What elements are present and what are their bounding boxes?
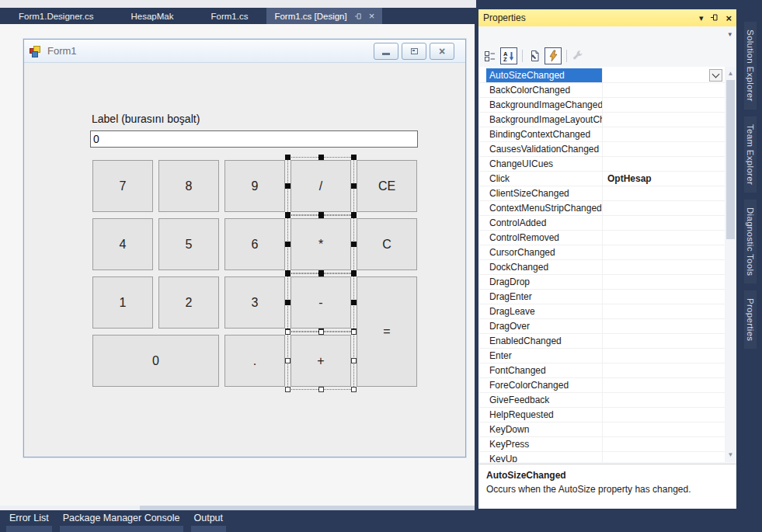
- event-handler-value[interactable]: [603, 349, 725, 363]
- selection-handle[interactable]: [351, 329, 357, 334]
- event-row-enter[interactable]: Enter: [478, 349, 725, 363]
- event-handler-value[interactable]: [603, 378, 725, 392]
- selection-handle[interactable]: [285, 387, 291, 392]
- event-handler-value[interactable]: [603, 98, 725, 112]
- bottom-tab-output[interactable]: Output: [191, 510, 227, 532]
- properties-scrollbar[interactable]: ▲ ▼: [725, 67, 736, 462]
- selection-handle[interactable]: [351, 183, 357, 189]
- calc-button-CE[interactable]: CE: [357, 160, 417, 212]
- calc-button-+[interactable]: +: [291, 335, 351, 387]
- event-row-controlremoved[interactable]: ControlRemoved: [478, 231, 725, 245]
- selection-handle[interactable]: [318, 213, 324, 218]
- tab-form1-designer-cs[interactable]: Form1.Designer.cs: [0, 8, 113, 24]
- selection-handle[interactable]: [285, 213, 291, 218]
- selection-handle[interactable]: [285, 155, 291, 160]
- calc-button-9[interactable]: 9: [224, 160, 285, 212]
- events-icon[interactable]: [545, 47, 562, 64]
- event-handler-value[interactable]: [603, 186, 725, 200]
- event-row-helprequested[interactable]: HelpRequested: [478, 408, 725, 422]
- selection-handle[interactable]: [285, 329, 291, 334]
- event-row-keyup[interactable]: KeyUp: [478, 452, 725, 462]
- calc-button-/[interactable]: /: [291, 160, 351, 212]
- bottom-tab-package-manager-console[interactable]: Package Manager Console: [60, 510, 183, 532]
- calc-button-0[interactable]: 0: [92, 335, 219, 387]
- selection-handle[interactable]: [318, 329, 324, 335]
- scroll-up-icon[interactable]: ▲: [725, 68, 736, 79]
- selection-handle[interactable]: [285, 212, 291, 217]
- calc-button-5[interactable]: 5: [158, 218, 219, 270]
- auto-hide-pin-icon[interactable]: [710, 13, 719, 23]
- side-tab-diagnostic-tools[interactable]: Diagnostic Tools: [744, 200, 757, 283]
- event-handler-value[interactable]: [603, 393, 725, 407]
- maximize-button[interactable]: [402, 43, 426, 60]
- event-row-dragleave[interactable]: DragLeave: [478, 304, 725, 319]
- event-handler-value[interactable]: [603, 334, 725, 348]
- event-handler-value[interactable]: [603, 201, 725, 215]
- selection-handle[interactable]: [318, 155, 324, 160]
- event-handler-value[interactable]: [603, 113, 725, 127]
- selection-handle[interactable]: [285, 358, 291, 363]
- event-handler-value[interactable]: [603, 319, 725, 333]
- calc-button-3[interactable]: 3: [224, 276, 285, 329]
- calc-button-C[interactable]: C: [357, 218, 417, 270]
- side-tab-solution-explorer[interactable]: Solution Explorer: [744, 22, 757, 110]
- selection-handle[interactable]: [318, 270, 324, 276]
- event-handler-value[interactable]: [603, 83, 725, 97]
- event-handler-value[interactable]: [603, 408, 725, 422]
- scrollbar-thumb[interactable]: [726, 80, 735, 239]
- bottom-tab-error-list[interactable]: Error List: [6, 510, 52, 532]
- event-row-click[interactable]: ClickOptHesap: [478, 172, 725, 186]
- minimize-button[interactable]: [374, 43, 398, 60]
- event-handler-value[interactable]: [603, 422, 725, 436]
- event-row-dragenter[interactable]: DragEnter: [478, 290, 725, 304]
- tab-hesapmak[interactable]: HesapMak: [113, 8, 193, 24]
- event-row-changeuicues[interactable]: ChangeUICues: [478, 157, 725, 172]
- event-row-dragdrop[interactable]: DragDrop: [478, 275, 725, 290]
- selection-handle[interactable]: [351, 387, 357, 392]
- event-row-forecolorchanged[interactable]: ForeColorChanged: [478, 378, 725, 393]
- selection-handle[interactable]: [351, 270, 357, 276]
- event-row-contextmenustripchanged[interactable]: ContextMenuStripChanged: [478, 201, 725, 216]
- event-row-dockchanged[interactable]: DockChanged: [478, 260, 725, 275]
- selection-handle[interactable]: [318, 271, 324, 276]
- event-row-enabledchanged[interactable]: EnabledChanged: [478, 334, 725, 349]
- selection-handle[interactable]: [351, 155, 357, 160]
- event-handler-value[interactable]: [603, 157, 725, 171]
- scroll-down-icon[interactable]: ▼: [725, 450, 736, 461]
- close-button[interactable]: ×: [430, 43, 454, 60]
- event-row-dragover[interactable]: DragOver: [478, 319, 725, 334]
- event-row-givefeedback[interactable]: GiveFeedback: [478, 393, 725, 408]
- selection-handle[interactable]: [351, 242, 357, 247]
- selection-handle[interactable]: [351, 212, 357, 217]
- event-row-keydown[interactable]: KeyDown: [478, 422, 725, 437]
- event-handler-value[interactable]: [603, 290, 725, 304]
- form1-window[interactable]: Form1 × Label (burasını boşalt) 0 789/CE…: [23, 39, 466, 457]
- selection-handle[interactable]: [285, 270, 291, 276]
- event-row-bindingcontextchanged[interactable]: BindingContextChanged: [478, 127, 725, 142]
- selection-handle[interactable]: [285, 329, 291, 335]
- event-handler-value[interactable]: [603, 363, 725, 377]
- object-selector-combobox[interactable]: ▾: [478, 26, 736, 45]
- selection-handle[interactable]: [351, 358, 357, 363]
- selection-handle[interactable]: [351, 300, 357, 305]
- window-position-icon[interactable]: ▾: [699, 14, 704, 23]
- properties-icon[interactable]: [526, 47, 543, 64]
- calc-button-7[interactable]: 7: [92, 160, 153, 212]
- calc-button-4[interactable]: 4: [92, 218, 153, 270]
- tab-form1-cs[interactable]: Form1.cs: [192, 8, 266, 24]
- event-row-fontchanged[interactable]: FontChanged: [478, 363, 725, 378]
- calc-button-1[interactable]: 1: [92, 276, 153, 329]
- event-handler-value[interactable]: [603, 142, 725, 156]
- calc-button-*[interactable]: *: [291, 218, 351, 270]
- selection-handle[interactable]: [351, 213, 357, 218]
- event-handler-value[interactable]: [603, 260, 725, 274]
- event-handler-value[interactable]: [603, 437, 725, 451]
- event-handler-value[interactable]: OptHesap: [603, 172, 725, 186]
- side-tab-properties[interactable]: Properties: [744, 290, 757, 349]
- event-handler-value[interactable]: [603, 68, 725, 82]
- selection-handle[interactable]: [351, 329, 357, 335]
- side-tab-team-explorer[interactable]: Team Explorer: [744, 116, 757, 193]
- selection-handle[interactable]: [318, 212, 324, 217]
- event-row-backgroundimagechanged[interactable]: BackgroundImageChanged: [478, 98, 725, 113]
- event-row-causesvalidationchanged[interactable]: CausesValidationChanged: [478, 142, 725, 157]
